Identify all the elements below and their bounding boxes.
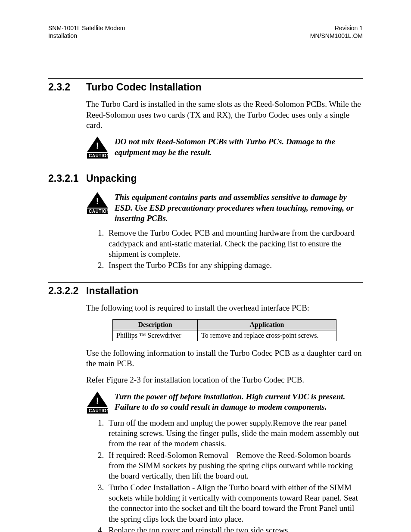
- section-number: 2.3.2.1: [48, 173, 86, 184]
- caution-text: This equipment contains parts and assemb…: [115, 192, 363, 224]
- caution-block: CAUTION This equipment contains parts an…: [86, 192, 363, 224]
- section-title: Installation: [86, 285, 138, 297]
- paragraph: Use the following information to install…: [86, 348, 363, 369]
- paragraph: The Turbo Card is installed in the same …: [86, 99, 363, 131]
- caution-icon: CAUTION: [86, 137, 109, 159]
- header-docnum: MN/SNM1001L.OM: [310, 32, 363, 40]
- table-cell: To remove and replace cross-point screws…: [198, 330, 336, 341]
- table-header: Description: [113, 319, 198, 330]
- list-item: Turbo Codec Installation - Align the Tur…: [106, 482, 363, 524]
- table-cell: Phillips ™ Screwdriver: [113, 330, 198, 341]
- header-product: SNM-1001L Satellite Modem: [48, 24, 125, 32]
- installation-steps: Turn off the modem and unplug the power …: [86, 418, 363, 532]
- list-item: Remove the Turbo Codec PCB and mounting …: [106, 228, 363, 259]
- list-item: Replace the top cover and reinstall the …: [106, 525, 363, 532]
- caution-block: CAUTION Turn the power off before instal…: [86, 392, 363, 414]
- caution-label: CAUTION: [87, 208, 108, 214]
- table-row: Phillips ™ Screwdriver To remove and rep…: [113, 330, 336, 341]
- paragraph: Refer Figure 2-3 for installation locati…: [86, 375, 363, 385]
- list-item: Inspect the Turbo PCBs for any shipping …: [106, 260, 363, 271]
- list-item: If required: Reed-Solomon Removal – Remo…: [106, 450, 363, 482]
- section-number: 2.3.2.2: [48, 285, 86, 297]
- page: SNM-1001L Satellite Modem Installation R…: [0, 0, 411, 532]
- section-title: Unpacking: [86, 173, 137, 184]
- section-title: Turbo Codec Installation: [86, 81, 202, 93]
- caution-label: CAUTION: [87, 408, 108, 414]
- caution-text: Turn the power off before installation. …: [115, 392, 363, 413]
- header-section: Installation: [48, 32, 125, 40]
- section-2-3-2: 2.3.2 Turbo Codec Installation The Turbo…: [48, 78, 363, 159]
- section-number: 2.3.2: [48, 81, 86, 93]
- page-header: SNM-1001L Satellite Modem Installation R…: [48, 24, 363, 40]
- unpacking-steps: Remove the Turbo Codec PCB and mounting …: [86, 228, 363, 271]
- section-2-3-2-2: 2.3.2.2 Installation The following tool …: [48, 282, 363, 532]
- tool-table: Description Application Phillips ™ Screw…: [112, 319, 336, 341]
- paragraph: The following tool is required to instal…: [86, 303, 363, 313]
- caution-text: DO not mix Reed-Solomon PCBs with Turbo …: [115, 137, 363, 158]
- header-revision: Revision 1: [310, 24, 363, 32]
- caution-icon: CAUTION: [86, 392, 109, 414]
- caution-label: CAUTION: [87, 153, 108, 159]
- caution-block: CAUTION DO not mix Reed-Solomon PCBs wit…: [86, 137, 363, 159]
- list-item: Turn off the modem and unplug the power …: [106, 418, 363, 449]
- table-header: Application: [198, 319, 336, 330]
- section-2-3-2-1: 2.3.2.1 Unpacking CAUTION This equipment…: [48, 170, 363, 271]
- caution-icon: CAUTION: [86, 192, 109, 214]
